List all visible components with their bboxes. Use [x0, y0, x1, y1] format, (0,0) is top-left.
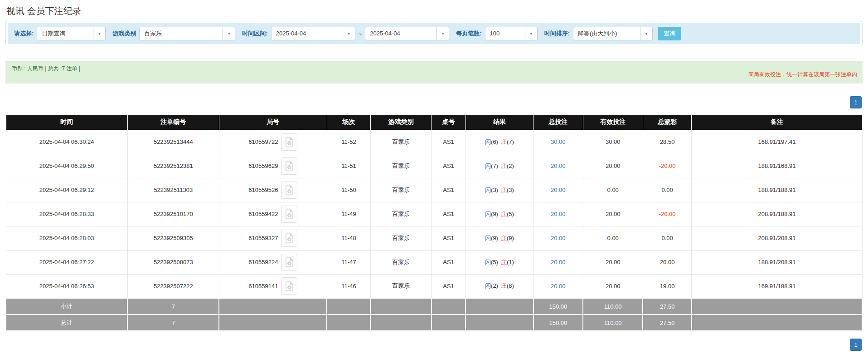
table-row: 2025-04-04 06:28:33 522392510170 6105594… [6, 202, 862, 226]
date-to-select[interactable]: 2025-04-04 ▼ [365, 27, 449, 40]
date-from-select[interactable]: 2025-04-04 ▼ [271, 27, 355, 40]
date-to-value: 2025-04-04 [365, 27, 436, 40]
result-player-label: 闲 [485, 138, 491, 145]
cell-round: 610559141 [219, 274, 327, 298]
table-row: 2025-04-04 06:26:53 522392507222 6105591… [6, 274, 862, 298]
total-bet-link[interactable]: 20.00 [533, 202, 583, 226]
summary-total-bet: 150.00 [533, 315, 583, 331]
video-replay-button[interactable] [281, 133, 297, 151]
summary-note-text: 同局有效投注，统一计算在该局第一张注单内 [748, 71, 857, 79]
result-player-label: 闲 [485, 211, 491, 217]
game-type-select[interactable]: 百家乐 ▼ [139, 27, 235, 40]
result-player-label: 闲 [485, 162, 491, 169]
summary-payout: 27.50 [643, 315, 692, 331]
video-replay-button[interactable] [281, 206, 297, 223]
result-banker-score: (2) [507, 162, 514, 169]
cell-bet-id: 522392509305 [127, 226, 219, 250]
summary-row: 总计 7 150.00 110.00 27.50 [6, 315, 862, 331]
cell-round: 610559629 [219, 154, 327, 178]
per-page-value: 100 [485, 27, 525, 40]
result-banker-label: 庄 [501, 138, 507, 145]
result-player-score: (2) [491, 282, 498, 289]
cell-time: 2025-04-04 06:26:53 [6, 274, 127, 298]
time-sort-value: 降幂(由大到小) [573, 27, 640, 40]
summary-row-label: 小计 [6, 298, 127, 315]
time-sort-select[interactable]: 降幂(由大到小) ▼ [573, 27, 653, 40]
cell-round: 610559526 [219, 178, 327, 202]
cell-payout: 20.00 [643, 250, 692, 274]
page-title: 视讯 会员下注纪录 [6, 5, 868, 17]
total-bet-link[interactable]: 30.00 [533, 130, 583, 154]
cell-game-type: 百家乐 [371, 154, 432, 178]
result-player-score: (5) [491, 259, 498, 266]
total-bet-link[interactable]: 20.00 [533, 226, 583, 250]
col-bet-id: 注单编号 [127, 115, 219, 130]
cell-time: 2025-04-04 06:28:03 [6, 226, 127, 250]
col-payout: 总派彩 [643, 115, 692, 130]
result-banker-score: (1) [507, 259, 514, 266]
table-foot: 小计 7 150.00 110.00 27.50 总计 7 150.00 110… [6, 298, 862, 331]
video-replay-button[interactable] [281, 182, 297, 199]
summary-empty-cell [466, 298, 533, 315]
table-row: 2025-04-04 06:27:22 522392508073 6105592… [6, 250, 862, 274]
chevron-down-icon: ▼ [223, 27, 235, 40]
cell-table-no: AS1 [432, 250, 466, 274]
pagination-bottom: 1 [6, 339, 862, 351]
summary-empty-cell [466, 315, 533, 331]
cell-remark: 208.91/208.91 [692, 226, 862, 250]
col-remark: 备注 [692, 115, 862, 130]
table-row: 2025-04-04 06:29:12 522392511303 6105595… [6, 178, 862, 202]
total-bet-link[interactable]: 20.00 [533, 178, 583, 202]
cell-remark: 188.91/188.91 [692, 178, 862, 202]
result-player-score: (9) [491, 211, 498, 217]
result-player-score: (9) [491, 235, 498, 241]
video-file-icon [286, 209, 293, 219]
per-page-label: 每页笔数: [456, 30, 481, 38]
video-replay-button[interactable] [281, 277, 297, 295]
round-number: 610559422 [248, 211, 278, 217]
cell-bet-id: 522392508073 [127, 250, 219, 274]
per-page-select[interactable]: 100 ▼ [485, 27, 538, 40]
round-number: 610559224 [248, 259, 278, 266]
filter-bar: 请选择: 日期查询 ▼ 游戏类别 百家乐 ▼ 时间区间: 2025-04-04 … [8, 23, 860, 44]
summary-empty-cell [219, 298, 327, 315]
cell-game-type: 百家乐 [371, 202, 432, 226]
cell-valid-bet: 0.00 [583, 226, 643, 250]
chevron-down-icon: ▼ [525, 27, 537, 40]
cell-result: 闲(9)庄(9) [466, 226, 533, 250]
table-row: 2025-04-04 06:30:24 522392513444 6105597… [6, 130, 862, 154]
search-button[interactable]: 查询 [658, 27, 681, 40]
chevron-down-icon: ▼ [640, 27, 652, 40]
cell-bet-id: 522392513444 [127, 130, 219, 154]
summary-row: 小计 7 150.00 110.00 27.50 [6, 298, 862, 315]
result-player-label: 闲 [485, 235, 491, 241]
video-replay-button[interactable] [281, 157, 297, 175]
query-type-value: 日期查询 [37, 27, 93, 40]
summary-row-count: 7 [127, 315, 219, 331]
total-bet-link[interactable]: 20.00 [533, 250, 583, 274]
pagination-page-button[interactable]: 1 [850, 339, 862, 351]
cell-bet-id: 522392510170 [127, 202, 219, 226]
summary-valid-bet: 110.00 [583, 315, 643, 331]
pagination-page-button[interactable]: 1 [850, 96, 862, 108]
total-bet-link[interactable]: 20.00 [533, 274, 583, 298]
cell-result: 闲(3)庄(3) [466, 178, 533, 202]
video-file-icon [286, 137, 293, 147]
result-banker-label: 庄 [501, 211, 507, 217]
result-banker-score: (7) [507, 138, 514, 145]
query-type-select[interactable]: 日期查询 ▼ [37, 27, 106, 40]
summary-row-count: 7 [127, 298, 219, 315]
video-replay-button[interactable] [281, 230, 297, 247]
cell-valid-bet: 20.00 [583, 250, 643, 274]
game-type-value: 百家乐 [140, 27, 223, 40]
result-banker-score: (5) [507, 211, 514, 217]
cell-valid-bet: 20.00 [583, 154, 643, 178]
cell-result: 闲(9)庄(5) [466, 202, 533, 226]
col-round: 局号 [219, 115, 327, 130]
cell-session: 11-46 [327, 274, 370, 298]
cell-session: 11-50 [327, 178, 370, 202]
total-bet-link[interactable]: 20.00 [533, 154, 583, 178]
cell-game-type: 百家乐 [371, 274, 432, 298]
result-player-score: (7) [491, 162, 498, 169]
video-replay-button[interactable] [281, 254, 297, 271]
